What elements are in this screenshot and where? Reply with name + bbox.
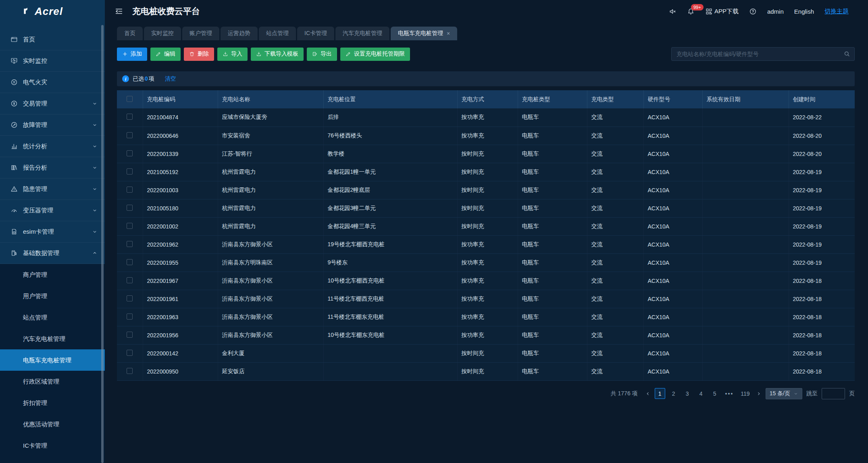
- row-checkbox[interactable]: [127, 259, 133, 265]
- sidebar-item-promo-mgmt[interactable]: 优惠活动管理: [0, 413, 105, 435]
- add-button[interactable]: 添加: [117, 48, 147, 61]
- tab-realtime-monitor[interactable]: 实时监控: [144, 27, 181, 40]
- tab-station-mgmt[interactable]: 站点管理: [259, 27, 296, 40]
- sidebar-scrollbar[interactable]: [101, 25, 104, 463]
- row-checkbox[interactable]: [127, 150, 133, 156]
- select-all-checkbox[interactable]: [127, 96, 133, 102]
- sidebar-item-realtime-monitor[interactable]: 实时监控: [0, 50, 105, 72]
- table-cell: ACX10A: [643, 308, 702, 326]
- username[interactable]: admin: [767, 8, 784, 15]
- table-cell: 按时间充: [457, 145, 518, 163]
- table-cell: 杭州雷霆电力: [218, 181, 323, 199]
- import-icon: [223, 51, 228, 57]
- import-button[interactable]: 导入: [217, 48, 248, 61]
- row-checkbox[interactable]: [127, 332, 133, 338]
- tab-car-charger-mgmt[interactable]: 汽车充电桩管理: [335, 27, 389, 40]
- row-checkbox[interactable]: [127, 368, 133, 374]
- tab-home[interactable]: 首页: [117, 27, 143, 40]
- sidebar-item-label: 基础数据管理: [23, 249, 92, 257]
- row-checkbox[interactable]: [127, 168, 133, 174]
- sidebar-item-esim-card-mgmt[interactable]: esim卡管理: [0, 221, 105, 243]
- edit-button[interactable]: 编辑: [150, 48, 181, 61]
- row-checkbox[interactable]: [127, 223, 133, 229]
- row-checkbox[interactable]: [127, 350, 133, 356]
- app-download-label: APP下载: [714, 8, 739, 15]
- tab-ic-card-mgmt[interactable]: IC卡管理: [297, 27, 334, 40]
- table-cell: 按时间充: [457, 362, 518, 380]
- table-cell: 2021004874: [143, 108, 218, 127]
- sidebar-item-car-charger-mgmt[interactable]: 汽车充电桩管理: [0, 328, 105, 349]
- sidebar-item-home[interactable]: 首页: [0, 29, 105, 50]
- table-cell: ACX10A: [643, 253, 702, 272]
- sidebar-item-transaction-mgmt[interactable]: 交易管理: [0, 93, 105, 114]
- table-cell: 交流: [587, 253, 643, 272]
- table-cell: 按时间充: [457, 181, 518, 199]
- table-cell: 电瓶车: [518, 253, 587, 272]
- export-icon: [312, 51, 318, 57]
- mute-icon[interactable]: [669, 8, 676, 15]
- page-1-button[interactable]: 1: [655, 388, 665, 399]
- stats-icon: [10, 143, 18, 150]
- clear-selection-link[interactable]: 清空: [165, 75, 176, 83]
- next-page-button[interactable]: [756, 391, 762, 397]
- row-checkbox[interactable]: [127, 277, 133, 283]
- row-checkbox[interactable]: [127, 314, 133, 320]
- set-hosting-deadline-button[interactable]: 设置充电桩托管期限: [340, 48, 410, 61]
- row-checkbox[interactable]: [127, 241, 133, 247]
- help-icon[interactable]: [749, 8, 757, 15]
- page-4-button[interactable]: 4: [696, 388, 706, 399]
- table-cell: 2022-08-18: [789, 344, 855, 362]
- sidebar-item-ic-card-mgmt[interactable]: IC卡管理: [0, 435, 105, 456]
- page-3-button[interactable]: 3: [682, 388, 693, 399]
- table-cell: 按功率充: [457, 253, 518, 272]
- sidebar-item-fault-mgmt[interactable]: 故障管理: [0, 114, 105, 136]
- prev-page-button[interactable]: [645, 391, 651, 397]
- row-checkbox[interactable]: [127, 114, 133, 120]
- table-cell: 电瓶车: [518, 127, 587, 145]
- notifications-button[interactable]: 99+: [687, 8, 695, 15]
- table-cell: 交流: [587, 181, 643, 199]
- sidebar-item-hazard-mgmt[interactable]: 隐患管理: [0, 179, 105, 200]
- column-header: 充电桩类型: [518, 90, 587, 108]
- sidebar-item-user-mgmt[interactable]: 用户管理: [0, 285, 105, 307]
- page-119-button[interactable]: 119: [739, 388, 751, 399]
- brand-logo[interactable]: Acrel: [0, 0, 105, 23]
- page-5-button[interactable]: 5: [710, 388, 720, 399]
- row-checkbox[interactable]: [127, 295, 133, 301]
- table-cell: 电瓶车: [518, 272, 587, 290]
- sidebar-item-electric-fire[interactable]: 电气火灾: [0, 72, 105, 93]
- sidebar-item-stats-analysis[interactable]: 统计分析: [0, 136, 105, 157]
- row-checkbox[interactable]: [127, 187, 133, 193]
- row-checkbox[interactable]: [127, 132, 133, 138]
- sidebar-item-discount-mgmt[interactable]: 折扣管理: [0, 392, 105, 413]
- close-tab-icon[interactable]: ×: [447, 30, 450, 37]
- search-icon[interactable]: [843, 50, 850, 59]
- page-2-button[interactable]: 2: [668, 388, 679, 399]
- search-input[interactable]: [671, 47, 855, 61]
- sidebar-submenu: 商户管理用户管理站点管理汽车充电桩管理电瓶车充电桩管理行政区域管理折扣管理优惠活…: [0, 264, 105, 463]
- export-button[interactable]: 导出: [307, 48, 337, 61]
- tab-account-mgmt[interactable]: 账户管理: [182, 27, 219, 40]
- page-size-select[interactable]: 15 条/页: [766, 388, 802, 399]
- delete-button[interactable]: 删除: [184, 48, 214, 61]
- sidebar-item-label: 交易管理: [23, 100, 92, 108]
- sidebar-item-station-mgmt[interactable]: 站点管理: [0, 307, 105, 328]
- tab-bar: 首页实时监控账户管理运营趋势站点管理IC卡管理汽车充电桩管理电瓶车充电桩管理×: [105, 23, 868, 40]
- collapse-sidebar-icon[interactable]: [114, 7, 123, 16]
- sidebar-item-base-data-mgmt[interactable]: 基础数据管理: [0, 243, 105, 264]
- sidebar-item-ebike-charger-mgmt[interactable]: 电瓶车充电桩管理: [0, 349, 105, 371]
- page-title: 充电桩收费云平台: [132, 6, 200, 17]
- row-checkbox[interactable]: [127, 205, 133, 211]
- theme-switch-link[interactable]: 切换主题: [824, 8, 849, 15]
- tab-operation-trend[interactable]: 运营趋势: [221, 27, 258, 40]
- table-body: 2021004874应城市保险大厦旁后排按功率充电瓶车交流ACX10A2022-…: [117, 108, 855, 380]
- jump-page-input[interactable]: [822, 388, 845, 399]
- language-switch[interactable]: English: [794, 8, 814, 15]
- sidebar-item-report-analysis[interactable]: 报告分析: [0, 157, 105, 179]
- sidebar-item-admin-region-mgmt[interactable]: 行政区域管理: [0, 371, 105, 392]
- tab-ebike-charger-mgmt[interactable]: 电瓶车充电桩管理×: [391, 27, 457, 40]
- app-download-button[interactable]: APP下载: [705, 8, 739, 15]
- sidebar-item-merchant-mgmt[interactable]: 商户管理: [0, 264, 105, 285]
- sidebar-item-transformer-mgmt[interactable]: 变压器管理: [0, 200, 105, 221]
- download-template-button[interactable]: 下载导入模板: [251, 48, 304, 61]
